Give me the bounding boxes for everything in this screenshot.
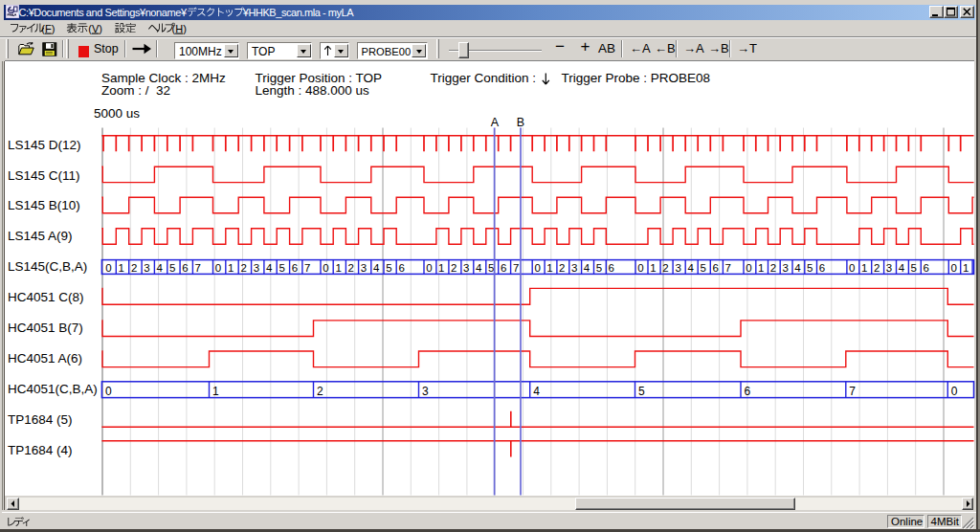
svg-text:4: 4 [373,262,380,274]
svg-text:3: 3 [571,262,577,274]
svg-text:Trigger Condition :: Trigger Condition : [431,71,537,85]
svg-text:(H): (H) [172,23,187,34]
svg-text:1: 1 [438,262,444,274]
svg-text:6: 6 [182,262,188,274]
svg-text:HC4051 B(7): HC4051 B(7) [8,321,83,335]
svg-text:0: 0 [534,262,540,274]
svg-text:5: 5 [386,262,391,274]
svg-text:2: 2 [131,262,137,274]
svg-text:3: 3 [422,385,429,398]
svg-text:HC4051 A(6): HC4051 A(6) [8,351,82,366]
svg-text:5: 5 [701,262,706,274]
svg-text:4: 4 [476,262,482,274]
svg-text:5: 5 [169,262,175,274]
svg-text:B: B [517,116,524,129]
svg-text:2: 2 [662,262,668,274]
svg-text:7: 7 [195,262,201,274]
svg-text:6: 6 [713,262,719,274]
svg-text:0: 0 [215,262,221,274]
svg-text:4: 4 [687,262,694,274]
svg-text:2: 2 [317,385,323,398]
svg-text:1: 1 [335,262,341,274]
svg-text:7: 7 [513,262,519,274]
svg-text:6: 6 [292,262,298,274]
svg-text:3: 3 [675,262,680,274]
svg-text:LS145 A(9): LS145 A(9) [8,229,73,243]
svg-text:(F): (F) [41,23,55,34]
svg-text:HC4051 C(8): HC4051 C(8) [8,290,84,304]
svg-text:1: 1 [212,385,219,398]
svg-text:LS145 D(12): LS145 D(12) [8,138,81,152]
svg-text:7: 7 [304,262,310,274]
svg-text:0: 0 [951,385,958,398]
svg-text:1: 1 [119,262,124,274]
svg-text:4: 4 [794,262,801,274]
svg-text:LS145 C(11): LS145 C(11) [8,168,80,183]
svg-text:0: 0 [105,262,111,274]
svg-text:LS145(C,B,A): LS145(C,B,A) [8,259,87,274]
svg-text:1: 1 [861,262,867,274]
svg-text:4: 4 [584,262,590,274]
svg-text:4: 4 [157,262,164,274]
svg-text:Trigger Probe : PROBE08: Trigger Probe : PROBE08 [562,71,711,85]
svg-text:5: 5 [278,262,284,274]
svg-text:A: A [491,116,500,129]
svg-text:1: 1 [546,262,552,274]
svg-text:(V): (V) [88,23,102,34]
svg-text:1: 1 [963,262,969,274]
svg-text:2: 2 [240,262,246,274]
svg-text:LS145 B(10): LS145 B(10) [8,198,80,212]
svg-text:6: 6 [819,262,825,274]
svg-text:0: 0 [951,262,957,274]
svg-text:3: 3 [144,262,149,274]
svg-text:6: 6 [398,262,404,274]
svg-text:3: 3 [254,262,259,274]
svg-text:5: 5 [807,262,813,274]
svg-text:5: 5 [638,385,645,398]
svg-text:2: 2 [770,262,776,274]
svg-text:3: 3 [886,262,892,274]
svg-text:5: 5 [488,262,494,274]
svg-text:0: 0 [637,262,643,274]
svg-text:0: 0 [105,385,112,398]
svg-text:5: 5 [911,262,917,274]
svg-text:6: 6 [501,262,506,274]
svg-text:1: 1 [758,262,764,274]
svg-text:HC4051(C,B,A): HC4051(C,B,A) [8,382,98,396]
svg-text:7: 7 [849,385,856,398]
svg-text:4: 4 [266,262,273,274]
svg-text:Zoom : / 32: Zoom : / 32 [101,83,170,98]
svg-text:3: 3 [783,262,789,274]
svg-text:2: 2 [451,262,457,274]
svg-text:0: 0 [426,262,432,274]
svg-text:3: 3 [463,262,469,274]
svg-text:5000 us: 5000 us [94,106,140,121]
svg-text:3: 3 [361,262,367,274]
svg-text:0: 0 [746,262,751,274]
svg-text:2: 2 [348,262,354,274]
svg-text:Length : 488.000 us: Length : 488.000 us [256,83,370,98]
svg-text:TP1684 (5): TP1684 (5) [8,412,73,427]
svg-text:6: 6 [609,262,614,274]
svg-text:5: 5 [596,262,602,274]
svg-text:1: 1 [650,262,656,274]
svg-text:2: 2 [559,262,565,274]
svg-text:4: 4 [899,262,905,274]
svg-text:7: 7 [725,262,731,274]
svg-text:6: 6 [745,385,751,398]
svg-text:6: 6 [924,262,929,274]
svg-text:0: 0 [849,262,855,274]
svg-text:2: 2 [874,262,880,274]
svg-text:1: 1 [228,262,234,274]
svg-text:0: 0 [323,262,328,274]
svg-text:4: 4 [533,385,540,398]
svg-text:TP1684 (4): TP1684 (4) [8,443,73,457]
